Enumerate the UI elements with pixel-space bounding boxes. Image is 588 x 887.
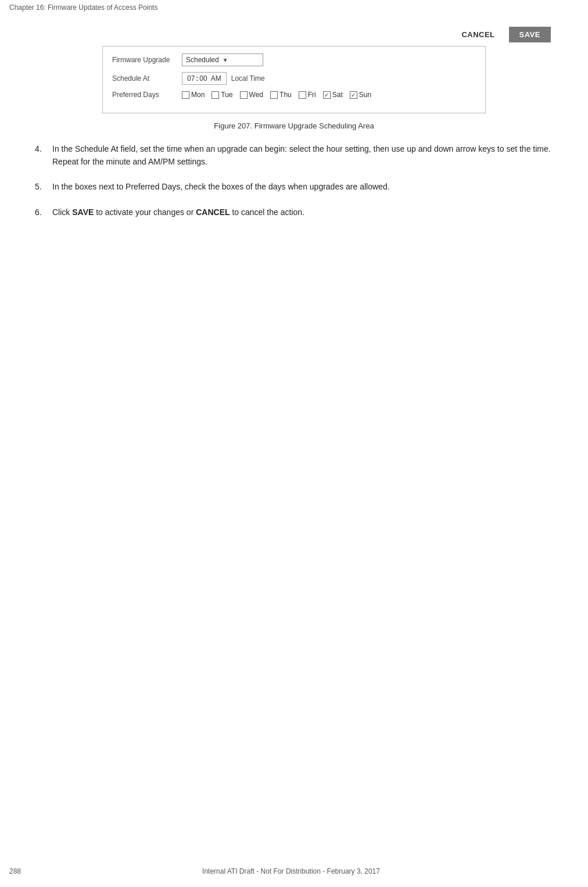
step-6-text: Click SAVE to activate your changes or C…	[52, 206, 553, 219]
preferred-days-row: Preferred Days MonTueWedThuFri✓Sat✓Sun	[112, 91, 476, 99]
day-label-thu: Thu	[279, 91, 292, 99]
schedule-at-control: 07 : 00 AM Local Time	[182, 72, 265, 85]
step-4: 4. In the Schedule At field, set the tim…	[35, 143, 553, 168]
day-label-sun: Sun	[359, 91, 371, 99]
dropdown-arrow-icon: ▼	[223, 57, 228, 63]
firmware-upgrade-value: Scheduled	[186, 56, 219, 64]
page-header: Chapter 16: Firmware Updates of Access P…	[0, 0, 588, 15]
step-5-number: 5.	[35, 181, 52, 194]
day-label-fri: Fri	[308, 91, 316, 99]
schedule-at-row: Schedule At 07 : 00 AM Local Time	[112, 72, 476, 85]
page-content: CANCEL SAVE Firmware Upgrade Scheduled ▼…	[0, 15, 588, 267]
day-item-thu: Thu	[270, 91, 292, 99]
step-4-number: 4.	[35, 143, 52, 168]
timezone-label: Local Time	[231, 74, 265, 83]
time-colon: :	[196, 74, 198, 83]
day-label-wed: Wed	[249, 91, 263, 99]
page-number: 288	[9, 867, 21, 875]
time-hour: 07	[187, 74, 195, 83]
cancel-button[interactable]: CANCEL	[453, 27, 503, 42]
day-checkbox-sat[interactable]: ✓	[323, 91, 331, 99]
day-item-sat: ✓Sat	[323, 91, 343, 99]
step-6: 6. Click SAVE to activate your changes o…	[35, 206, 553, 219]
day-item-wed: Wed	[240, 91, 263, 99]
day-item-fri: Fri	[299, 91, 316, 99]
days-area: MonTueWedThuFri✓Sat✓Sun	[182, 91, 371, 99]
firmware-upgrade-label: Firmware Upgrade	[112, 56, 182, 64]
day-checkbox-thu[interactable]	[270, 91, 278, 99]
preferred-days-label: Preferred Days	[112, 91, 182, 99]
steps-list: 4. In the Schedule At field, set the tim…	[35, 143, 553, 219]
day-checkbox-mon[interactable]	[182, 91, 189, 99]
firmware-form: Firmware Upgrade Scheduled ▼ Schedule At…	[102, 46, 486, 113]
day-item-tue: Tue	[211, 91, 232, 99]
step-5: 5. In the boxes next to Preferred Days, …	[35, 181, 553, 194]
schedule-at-label: Schedule At	[112, 74, 182, 83]
time-ampm: AM	[211, 74, 221, 83]
day-checkbox-fri[interactable]	[299, 91, 306, 99]
figure-caption: Figure 207. Firmware Upgrade Scheduling …	[35, 121, 553, 130]
firmware-upgrade-select[interactable]: Scheduled ▼	[182, 53, 263, 66]
day-checkbox-tue[interactable]	[211, 91, 219, 99]
buttons-row: CANCEL SAVE	[35, 27, 553, 42]
day-label-sat: Sat	[332, 91, 343, 99]
day-checkbox-wed[interactable]	[240, 91, 248, 99]
day-label-mon: Mon	[191, 91, 205, 99]
time-minute: 00	[199, 74, 207, 83]
firmware-upgrade-row: Firmware Upgrade Scheduled ▼	[112, 53, 476, 66]
day-item-sun: ✓Sun	[350, 91, 371, 99]
footer-note: Internal ATI Draft - Not For Distributio…	[21, 867, 561, 875]
firmware-upgrade-control: Scheduled ▼	[182, 53, 263, 66]
day-item-mon: Mon	[182, 91, 205, 99]
day-label-tue: Tue	[221, 91, 232, 99]
step-5-text: In the boxes next to Preferred Days, che…	[52, 181, 553, 194]
page-footer: 288 Internal ATI Draft - Not For Distrib…	[0, 867, 588, 875]
chapter-title: Chapter 16: Firmware Updates of Access P…	[9, 3, 157, 12]
step-4-text: In the Schedule At field, set the time w…	[52, 143, 553, 168]
step-6-number: 6.	[35, 206, 52, 219]
time-field[interactable]: 07 : 00 AM	[182, 72, 227, 85]
save-button[interactable]: SAVE	[509, 27, 551, 42]
day-checkbox-sun[interactable]: ✓	[350, 91, 357, 99]
